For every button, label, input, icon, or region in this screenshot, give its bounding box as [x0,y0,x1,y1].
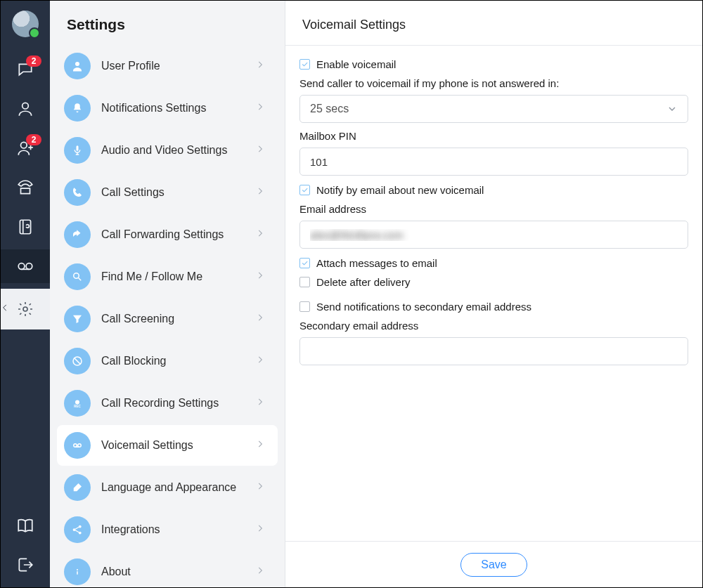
attach-messages-label: Attach messages to email [316,257,437,269]
avatar[interactable] [12,11,39,37]
svg-point-5 [23,307,27,311]
settings-item-label: Notifications Settings [101,102,255,115]
chevron-right-icon [255,397,265,410]
rail-docs[interactable] [1,509,50,542]
microphone-icon [64,137,91,164]
forward-icon [64,221,91,248]
main-panel: Voicemail Settings Enable voicemail Send… [285,1,702,587]
settings-item-label: Call Settings [101,186,255,199]
rail-contacts[interactable]: 2 [1,131,50,165]
email-label: Email address [299,203,688,215]
chevron-right-icon [255,523,265,536]
book-icon [16,516,34,535]
chevron-left-icon [0,303,10,315]
rail-dialpad[interactable] [1,171,50,204]
rail-directory[interactable] [1,210,50,244]
settings-item-user-profile[interactable]: User Profile [57,46,278,86]
block-icon [64,348,91,374]
secondary-notify-label: Send notifications to secondary email ad… [316,301,531,313]
chevron-right-icon [255,60,265,72]
settings-item-label: User Profile [101,60,255,72]
funnel-icon [64,306,91,332]
settings-item-label: Call Forwarding Settings [101,228,255,241]
info-icon [64,558,91,585]
rail-logout[interactable] [1,548,50,582]
notify-email-label: Notify by email about new voicemail [316,184,484,196]
settings-item-find-me[interactable]: Find Me / Follow Me [57,256,278,297]
gear-icon [17,301,34,318]
settings-item-call-blocking[interactable]: Call Blocking [57,341,278,381]
svg-text:REC: REC [74,405,81,408]
notify-email-checkbox[interactable]: Notify by email about new voicemail [299,184,688,196]
chevron-right-icon [255,439,265,452]
voicemail-icon [16,257,34,275]
phone-icon [64,179,91,206]
save-button[interactable]: Save [460,553,527,577]
search-icon [64,263,91,290]
settings-item-voicemail[interactable]: Voicemail Settings [57,425,278,466]
rail-contacts-badge: 2 [26,134,41,145]
share-icon [64,516,91,543]
secondary-notify-checkbox[interactable]: Send notifications to secondary email ad… [299,301,688,313]
enable-voicemail-checkbox[interactable]: Enable voicemail [299,58,688,70]
phone-classic-icon [16,178,34,197]
address-book-icon [16,218,34,236]
mailbox-pin-input[interactable] [299,148,688,176]
svg-point-18 [77,569,78,570]
checkbox-icon [299,185,310,195]
chevron-right-icon [255,313,265,325]
chevron-right-icon [255,481,265,494]
svg-rect-19 [77,571,78,575]
attach-messages-checkbox[interactable]: Attach messages to email [299,257,688,269]
settings-item-about[interactable]: About [57,551,278,587]
rail-voicemail[interactable] [1,249,50,283]
settings-item-call-screening[interactable]: Call Screening [57,299,278,339]
chevron-right-icon [255,228,265,241]
panel-title: Voicemail Settings [285,1,702,46]
checkbox-icon [299,301,310,312]
chevron-right-icon [255,355,265,367]
delete-after-checkbox[interactable]: Delete after delivery [299,276,688,288]
svg-point-8 [74,273,79,279]
checkbox-icon [299,277,310,287]
bell-icon [64,95,91,122]
settings-item-label: Audio and Video Settings [101,144,255,157]
rail-chat[interactable]: 2 [1,53,50,86]
checkbox-icon [299,59,310,70]
email-input[interactable] [299,221,688,249]
settings-title: Settings [50,1,285,46]
send-after-value: 25 secs [310,103,349,115]
panel-body: Enable voicemail Send caller to voicemai… [285,46,702,541]
svg-point-3 [18,263,25,270]
person-icon [16,100,34,118]
settings-item-label: Integrations [101,523,255,536]
send-after-label: Send caller to voicemail if my phone is … [299,77,688,89]
rail-profile[interactable] [1,92,50,126]
settings-item-language[interactable]: Language and Appearance [57,467,278,508]
settings-item-label: About [101,566,255,578]
rail-settings[interactable] [1,289,50,329]
delete-after-label: Delete after delivery [316,276,410,288]
settings-item-label: Call Blocking [101,355,255,367]
settings-item-audio-video[interactable]: Audio and Video Settings [57,130,278,171]
icon-rail: 2 2 [1,1,50,587]
settings-item-integrations[interactable]: Integrations [57,509,278,550]
rail-chat-badge: 2 [26,55,41,67]
chevron-right-icon [255,144,265,157]
settings-item-call[interactable]: Call Settings [57,172,278,213]
settings-item-notifications[interactable]: Notifications Settings [57,88,278,129]
chevron-down-icon [666,103,678,115]
send-after-select[interactable]: 25 secs [299,95,688,123]
secondary-email-label: Secondary email address [299,320,688,332]
chevron-right-icon [255,186,265,199]
settings-item-call-forwarding[interactable]: Call Forwarding Settings [57,214,278,255]
chevron-right-icon [255,270,265,283]
svg-point-10 [75,400,79,405]
settings-item-label: Call Recording Settings [101,397,255,410]
svg-rect-7 [77,145,79,151]
settings-item-label: Voicemail Settings [101,439,255,452]
settings-list: Settings User Profile Notifications Sett… [50,1,285,587]
settings-item-call-recording[interactable]: REC Call Recording Settings [57,383,278,424]
mailbox-pin-label: Mailbox PIN [299,130,688,142]
secondary-email-input[interactable] [299,337,688,365]
